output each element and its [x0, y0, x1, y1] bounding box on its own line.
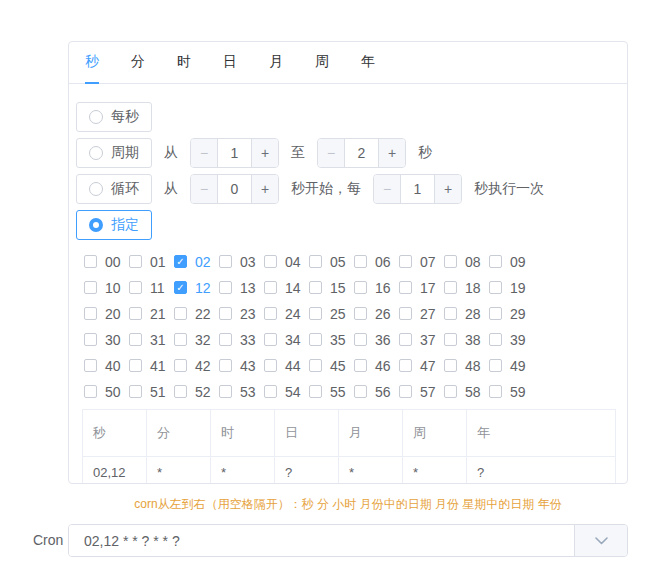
second-option-04[interactable]: 04 — [264, 253, 309, 270]
second-option-label: 20 — [105, 306, 121, 322]
second-option-label: 29 — [510, 306, 526, 322]
table-header-年: 年 — [467, 410, 616, 457]
increase-icon[interactable]: + — [434, 175, 461, 203]
second-option-15[interactable]: 15 — [309, 279, 354, 296]
decrease-icon[interactable]: − — [191, 139, 218, 167]
second-option-23[interactable]: 23 — [219, 305, 264, 322]
second-option-36[interactable]: 36 — [354, 331, 399, 348]
mode-range-radio[interactable]: 周期 — [76, 138, 152, 168]
second-option-10[interactable]: 10 — [84, 279, 129, 296]
cron-dropdown-button[interactable] — [574, 525, 627, 556]
second-option-50[interactable]: 50 — [84, 383, 129, 400]
second-option-26[interactable]: 26 — [354, 305, 399, 322]
second-option-30[interactable]: 30 — [84, 331, 129, 348]
decrease-icon[interactable]: − — [318, 139, 345, 167]
second-option-47[interactable]: 47 — [399, 357, 444, 374]
tab-秒[interactable]: 秒 — [85, 42, 99, 84]
mode-loop-radio[interactable]: 循环 — [76, 174, 152, 204]
second-option-19[interactable]: 19 — [489, 279, 534, 296]
second-option-59[interactable]: 59 — [489, 383, 534, 400]
second-option-35[interactable]: 35 — [309, 331, 354, 348]
checkbox-icon — [129, 281, 142, 294]
second-option-02[interactable]: ✓02 — [174, 253, 219, 270]
second-option-56[interactable]: 56 — [354, 383, 399, 400]
range-to-input[interactable] — [345, 139, 378, 167]
second-option-22[interactable]: 22 — [174, 305, 219, 322]
second-option-24[interactable]: 24 — [264, 305, 309, 322]
second-option-48[interactable]: 48 — [444, 357, 489, 374]
second-option-31[interactable]: 31 — [129, 331, 174, 348]
second-option-label: 45 — [330, 358, 346, 374]
second-option-label: 13 — [240, 280, 256, 296]
second-option-29[interactable]: 29 — [489, 305, 534, 322]
decrease-icon[interactable]: − — [374, 175, 401, 203]
second-option-label: 59 — [510, 384, 526, 400]
checkbox-icon — [264, 307, 277, 320]
second-option-55[interactable]: 55 — [309, 383, 354, 400]
second-option-label: 03 — [240, 254, 256, 270]
second-option-20[interactable]: 20 — [84, 305, 129, 322]
second-option-45[interactable]: 45 — [309, 357, 354, 374]
second-option-43[interactable]: 43 — [219, 357, 264, 374]
second-option-06[interactable]: 06 — [354, 253, 399, 270]
second-option-38[interactable]: 38 — [444, 331, 489, 348]
mode-specify-radio[interactable]: 指定 — [76, 210, 152, 240]
second-option-12[interactable]: ✓12 — [174, 279, 219, 296]
second-option-21[interactable]: 21 — [129, 305, 174, 322]
second-option-07[interactable]: 07 — [399, 253, 444, 270]
tab-日[interactable]: 日 — [223, 42, 237, 84]
second-option-41[interactable]: 41 — [129, 357, 174, 374]
range-from-input[interactable] — [218, 139, 251, 167]
second-option-09[interactable]: 09 — [489, 253, 534, 270]
checkbox-icon — [354, 333, 367, 346]
second-option-13[interactable]: 13 — [219, 279, 264, 296]
second-option-51[interactable]: 51 — [129, 383, 174, 400]
second-option-27[interactable]: 27 — [399, 305, 444, 322]
increase-icon[interactable]: + — [378, 139, 405, 167]
second-option-58[interactable]: 58 — [444, 383, 489, 400]
tab-周[interactable]: 周 — [315, 42, 329, 84]
second-option-46[interactable]: 46 — [354, 357, 399, 374]
second-option-42[interactable]: 42 — [174, 357, 219, 374]
loop-start-input[interactable] — [218, 175, 251, 203]
second-option-44[interactable]: 44 — [264, 357, 309, 374]
tab-分[interactable]: 分 — [131, 42, 145, 84]
second-option-52[interactable]: 52 — [174, 383, 219, 400]
tab-年[interactable]: 年 — [361, 42, 375, 84]
checkbox-row: 1011✓1213141516171819 — [84, 279, 615, 296]
table-cell: ? — [275, 457, 339, 485]
second-option-label: 00 — [105, 254, 121, 270]
second-option-08[interactable]: 08 — [444, 253, 489, 270]
second-option-18[interactable]: 18 — [444, 279, 489, 296]
range-to-stepper: − + — [317, 138, 406, 168]
second-option-01[interactable]: 01 — [129, 253, 174, 270]
second-option-00[interactable]: 00 — [84, 253, 129, 270]
second-option-33[interactable]: 33 — [219, 331, 264, 348]
second-option-05[interactable]: 05 — [309, 253, 354, 270]
increase-icon[interactable]: + — [251, 175, 278, 203]
loop-step-input[interactable] — [401, 175, 434, 203]
second-option-11[interactable]: 11 — [129, 279, 174, 296]
second-option-16[interactable]: 16 — [354, 279, 399, 296]
second-option-25[interactable]: 25 — [309, 305, 354, 322]
second-option-57[interactable]: 57 — [399, 383, 444, 400]
increase-icon[interactable]: + — [251, 139, 278, 167]
second-option-label: 24 — [285, 306, 301, 322]
second-option-03[interactable]: 03 — [219, 253, 264, 270]
mode-every-radio[interactable]: 每秒 — [76, 102, 152, 132]
second-option-49[interactable]: 49 — [489, 357, 534, 374]
second-option-17[interactable]: 17 — [399, 279, 444, 296]
second-option-39[interactable]: 39 — [489, 331, 534, 348]
tab-月[interactable]: 月 — [269, 42, 283, 84]
second-option-37[interactable]: 37 — [399, 331, 444, 348]
second-option-53[interactable]: 53 — [219, 383, 264, 400]
tab-时[interactable]: 时 — [177, 42, 191, 84]
cron-expression-input[interactable] — [69, 525, 574, 556]
second-option-32[interactable]: 32 — [174, 331, 219, 348]
second-option-34[interactable]: 34 — [264, 331, 309, 348]
second-option-40[interactable]: 40 — [84, 357, 129, 374]
second-option-54[interactable]: 54 — [264, 383, 309, 400]
decrease-icon[interactable]: − — [191, 175, 218, 203]
second-option-28[interactable]: 28 — [444, 305, 489, 322]
second-option-14[interactable]: 14 — [264, 279, 309, 296]
